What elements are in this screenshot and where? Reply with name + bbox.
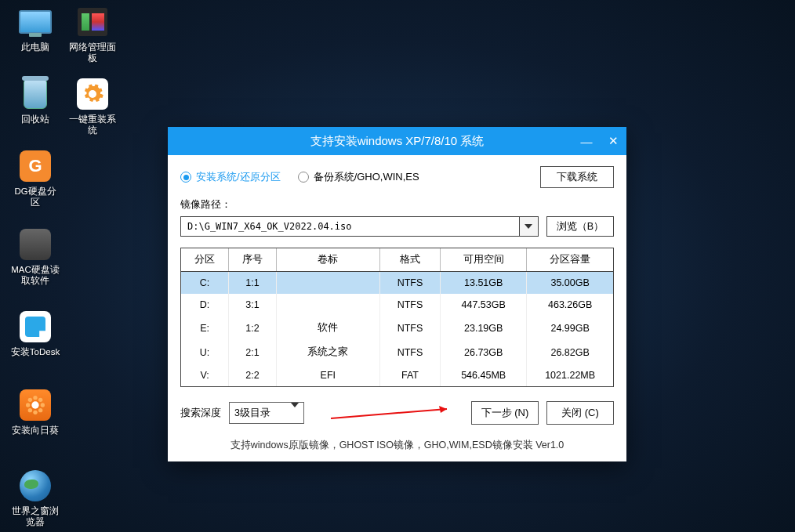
pc-icon bbox=[19, 10, 52, 34]
radio-install[interactable]: 安装系统/还原分区 bbox=[180, 170, 281, 184]
table-row[interactable]: E:1:2软件NTFS23.19GB24.99GB bbox=[181, 316, 613, 340]
path-label: 镜像路径： bbox=[180, 197, 614, 212]
desktop-icon-label: 此电脑 bbox=[21, 42, 49, 52]
svg-marker-10 bbox=[439, 406, 447, 413]
svg-point-4 bbox=[41, 403, 45, 407]
svg-point-7 bbox=[28, 408, 32, 412]
desktop-icon-label: 一键重装系统 bbox=[67, 114, 118, 136]
desktop-icon-recycle[interactable]: 回收站 bbox=[10, 77, 60, 125]
minimize-button[interactable]: — bbox=[579, 135, 594, 148]
cell-vol: 软件 bbox=[276, 316, 379, 340]
cell-fmt: NTFS bbox=[379, 316, 440, 340]
sunflower-icon bbox=[20, 389, 51, 421]
radio-dot-icon bbox=[180, 172, 191, 183]
cell-size: 24.99GB bbox=[527, 316, 613, 340]
chevron-down-icon bbox=[291, 407, 299, 418]
cell-size: 463.26GB bbox=[527, 294, 613, 316]
svg-point-8 bbox=[38, 408, 42, 412]
desktop-icon-dg[interactable]: GDG硬盘分区 bbox=[10, 149, 60, 208]
cell-part: V: bbox=[181, 364, 229, 386]
titlebar: 支持安装windows XP/7/8/10 系统 — ✕ bbox=[168, 127, 626, 155]
next-button[interactable]: 下一步 (N) bbox=[471, 401, 539, 425]
table-header-row: 分区 序号 卷标 格式 可用空间 分区容量 bbox=[181, 248, 613, 272]
col-seq: 序号 bbox=[229, 248, 277, 272]
desktop-icon-label: DG硬盘分区 bbox=[10, 186, 60, 208]
window-title: 支持安装windows XP/7/8/10 系统 bbox=[310, 134, 485, 149]
desktop-icon-label: 安装向日葵 bbox=[12, 425, 59, 436]
cell-free: 23.19GB bbox=[441, 316, 527, 340]
partition-table: 分区 序号 卷标 格式 可用空间 分区容量 C:1:1NTFS13.51GB35… bbox=[180, 248, 614, 387]
path-dropdown-button[interactable] bbox=[519, 217, 538, 236]
svg-point-6 bbox=[38, 398, 42, 402]
download-button[interactable]: 下载系统 bbox=[540, 166, 614, 188]
cell-vol: 系统之家 bbox=[276, 340, 379, 364]
table-row[interactable]: V:2:2EFIFAT546.45MB1021.22MB bbox=[181, 364, 613, 386]
col-vol: 卷标 bbox=[276, 248, 379, 272]
cell-seq: 2:1 bbox=[229, 340, 277, 364]
cell-part: U: bbox=[181, 340, 229, 364]
cell-free: 13.51GB bbox=[441, 272, 527, 295]
desktop-icon-browser[interactable]: 世界之窗浏览器 bbox=[10, 469, 60, 528]
radio-backup[interactable]: 备份系统/GHO,WIN,ES bbox=[298, 170, 419, 184]
cell-fmt: NTFS bbox=[379, 340, 440, 364]
cell-seq: 1:2 bbox=[229, 316, 277, 340]
cell-fmt: NTFS bbox=[379, 272, 440, 295]
desktop-icon-netpanel[interactable]: 网络管理面板 bbox=[67, 5, 118, 64]
svg-point-1 bbox=[33, 396, 37, 400]
installer-window: 支持安装windows XP/7/8/10 系统 — ✕ 安装系统/还原分区 备… bbox=[168, 127, 626, 461]
red-arrow-icon bbox=[329, 404, 463, 422]
gear-icon bbox=[77, 78, 108, 110]
cell-seq: 3:1 bbox=[229, 294, 277, 316]
close-button[interactable]: ✕ bbox=[606, 134, 620, 148]
radio-label: 备份系统/GHO,WIN,ES bbox=[314, 170, 419, 184]
col-part: 分区 bbox=[181, 248, 229, 272]
dg-icon: G bbox=[20, 150, 51, 182]
depth-value: 3级目录 bbox=[234, 407, 270, 420]
cell-fmt: FAT bbox=[379, 364, 440, 386]
depth-select[interactable]: 3级目录 bbox=[229, 402, 304, 424]
chevron-down-icon bbox=[525, 224, 532, 229]
footer-text: 支持windows原版镜像，GHOST ISO镜像，GHO,WIM,ESD镜像安… bbox=[168, 432, 626, 461]
col-free: 可用空间 bbox=[441, 248, 527, 272]
svg-point-5 bbox=[28, 398, 32, 402]
cell-size: 35.00GB bbox=[527, 272, 613, 295]
desktop-icon-label: 世界之窗浏览器 bbox=[10, 505, 60, 528]
cell-vol: EFI bbox=[276, 364, 379, 386]
desktop-icon-label: 回收站 bbox=[21, 114, 49, 125]
chart-icon bbox=[78, 8, 107, 36]
image-path-input[interactable] bbox=[181, 221, 519, 232]
cell-part: D: bbox=[181, 294, 229, 316]
svg-point-0 bbox=[31, 401, 38, 408]
cell-vol bbox=[276, 272, 379, 295]
cell-seq: 1:1 bbox=[229, 272, 277, 295]
globe-icon bbox=[20, 470, 51, 501]
table-row[interactable]: C:1:1NTFS13.51GB35.00GB bbox=[181, 272, 613, 295]
cell-vol bbox=[276, 294, 379, 316]
image-path-combo[interactable] bbox=[180, 216, 539, 237]
col-size: 分区容量 bbox=[527, 248, 613, 272]
desktop-icon-macdisk[interactable]: MAC硬盘读取软件 bbox=[10, 227, 60, 287]
cell-part: E: bbox=[181, 316, 229, 340]
desktop-icon-sunflower[interactable]: 安装向日葵 bbox=[10, 388, 60, 436]
cell-free: 26.73GB bbox=[441, 340, 527, 364]
desktop-icon-reinstall[interactable]: 一键重装系统 bbox=[67, 77, 118, 136]
apple-icon bbox=[20, 229, 51, 260]
desktop-icon-label: 网络管理面板 bbox=[67, 42, 118, 64]
depth-label: 搜索深度 bbox=[180, 406, 221, 420]
cell-seq: 2:2 bbox=[229, 364, 277, 386]
desktop-icon-this-pc[interactable]: 此电脑 bbox=[10, 5, 60, 52]
cell-part: C: bbox=[181, 272, 229, 295]
browse-button[interactable]: 浏览（B） bbox=[546, 216, 614, 237]
trash-icon bbox=[24, 79, 47, 109]
mode-row: 安装系统/还原分区 备份系统/GHO,WIN,ES 下载系统 bbox=[180, 166, 614, 188]
desktop-icon-label: 安装ToDesk bbox=[11, 346, 60, 357]
cell-free: 447.53GB bbox=[441, 294, 527, 316]
close-app-button[interactable]: 关闭 (C) bbox=[546, 401, 614, 425]
radio-dot-icon bbox=[298, 172, 309, 183]
table-row[interactable]: U:2:1系统之家NTFS26.73GB26.82GB bbox=[181, 340, 613, 364]
svg-point-2 bbox=[33, 411, 37, 414]
desktop-icon-label: MAC硬盘读取软件 bbox=[10, 264, 60, 287]
svg-point-3 bbox=[26, 403, 30, 407]
table-row[interactable]: D:3:1NTFS447.53GB463.26GB bbox=[181, 294, 613, 316]
desktop-icon-todesk[interactable]: 安装ToDesk bbox=[10, 309, 60, 357]
